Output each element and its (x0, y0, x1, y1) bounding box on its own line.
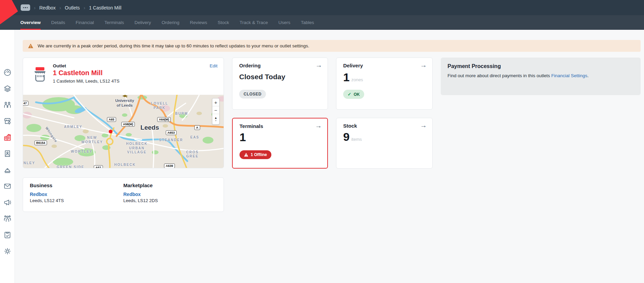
map-zoom-out-button[interactable]: − (212, 106, 219, 114)
road-badge: 47 (23, 101, 28, 106)
arrow-right-icon[interactable]: → (315, 122, 322, 130)
outlet-map[interactable]: University of Leeds LOVELL PARK BURM Lee… (23, 95, 224, 168)
app-root: › Redbox › Outlets › 1 Castleton Mill Ov… (0, 0, 644, 283)
payment-text: Find out more about direct payments in t… (448, 73, 551, 78)
closed-badge: CLOSED (239, 90, 266, 99)
tab-overview[interactable]: Overview (20, 15, 41, 30)
outlet-name: 1 Castleton Mill (53, 69, 103, 77)
road-badge: A64(M) (157, 117, 171, 122)
map-controls: + − ▲ ▼ (212, 98, 220, 125)
team-icon[interactable] (3, 214, 12, 223)
business-marketplace-card: Business Redbox Leeds, LS12 4TS Marketpl… (23, 177, 224, 212)
road-badge: A58(M) (121, 122, 135, 127)
road-badge: A65 (107, 117, 116, 122)
tab-reviews[interactable]: Reviews (190, 15, 207, 30)
payment-text-suffix: . (587, 73, 589, 78)
map-zoom-in-button[interactable]: + (212, 99, 219, 106)
map-label: NEW WORTLEY (81, 136, 103, 144)
terminals-count: 1 (240, 131, 246, 144)
map-compass-button[interactable]: ▲ ▼ (212, 114, 219, 124)
storefront-pin-icon[interactable] (3, 117, 12, 126)
map-label: LOVELL PARK (151, 102, 168, 110)
outlet-tabbar: Overview Details Financial Terminals Del… (0, 15, 644, 30)
arrow-right-icon[interactable]: → (420, 61, 427, 69)
map-label: University of Leeds (115, 98, 134, 108)
tab-terminals[interactable]: Terminals (104, 15, 124, 30)
arrow-right-icon[interactable]: → (315, 61, 322, 69)
outlet-address: 1 Castleton Mill, Leeds, LS12 4TS (53, 79, 120, 84)
tab-ordering[interactable]: Ordering (162, 15, 180, 30)
delivery-card-title: Delivery (343, 63, 363, 68)
map-label: EAS (190, 135, 200, 140)
clipboard-check-icon[interactable] (3, 231, 12, 239)
terminals-card[interactable]: Terminals → 1 1 Offline (232, 118, 328, 169)
apps-menu-button[interactable] (21, 4, 30, 11)
financial-settings-link[interactable]: Financial Settings (551, 73, 587, 78)
warning-triangle-icon (244, 153, 248, 157)
delivery-count-row: 1 zones (343, 71, 363, 84)
app-sidebar (0, 30, 15, 283)
peak-period-banner: We are currently in a peak order period,… (23, 40, 641, 52)
terminals-count-row: 1 (240, 131, 246, 144)
offline-badge: 1 Offline (240, 150, 271, 159)
road-badge: A62 (94, 165, 103, 168)
map-label: HOLBECK (114, 163, 136, 167)
dashboard-gauge-icon[interactable] (3, 68, 12, 77)
stock-count: 9 (343, 130, 349, 144)
map-label: GREE (186, 154, 199, 159)
terminals-card-title: Terminals (240, 123, 263, 129)
delivery-unit: zones (351, 77, 363, 82)
outlets-buildings-icon[interactable] (3, 133, 12, 142)
tab-delivery[interactable]: Delivery (134, 15, 151, 30)
payment-card-title: Payment Processing (448, 63, 501, 69)
map-label: STEANDER (159, 138, 183, 143)
settings-gear-icon[interactable] (3, 247, 12, 256)
partners-people-icon[interactable] (3, 101, 12, 109)
breadcrumb-item-redbox[interactable]: Redbox (39, 5, 56, 10)
delivery-count: 1 (343, 71, 349, 84)
tab-users[interactable]: Users (278, 15, 290, 30)
arrow-right-icon[interactable]: → (420, 122, 427, 129)
marketplace-title: Marketplace (123, 182, 153, 188)
map-label: BURM (175, 112, 188, 116)
service-bell-icon[interactable] (3, 166, 12, 174)
offline-badge-label: 1 Offline (251, 152, 267, 157)
mail-icon[interactable] (3, 182, 12, 191)
tab-details[interactable]: Details (51, 15, 65, 30)
chevron-right-icon: › (84, 5, 85, 10)
tab-financial[interactable]: Financial (76, 15, 94, 30)
map-label: ARMLEY (64, 125, 82, 129)
business-title: Business (30, 182, 53, 188)
megaphone-icon[interactable] (3, 198, 12, 207)
breadcrumb-item-outlets[interactable]: Outlets (65, 5, 80, 10)
payment-processing-card: Payment Processing Find out more about d… (441, 58, 641, 95)
map-label: WORTLEY (71, 150, 92, 154)
marketplace-link[interactable]: Redbox (123, 192, 141, 197)
map-label: CROS (186, 150, 199, 155)
marketplace-address: Leeds, LS12 2DS (123, 198, 158, 203)
business-link[interactable]: Redbox (30, 192, 47, 197)
receipt-contact-icon[interactable] (3, 149, 12, 158)
ok-badge: ✓ OK (343, 90, 364, 99)
outlet-label: Outlet (53, 63, 66, 68)
delivery-card[interactable]: Delivery → 1 zones ✓ OK (336, 58, 433, 110)
edit-outlet-link[interactable]: Edit (210, 63, 217, 68)
ordering-card[interactable]: Ordering → Closed Today CLOSED (232, 58, 328, 110)
map-label: GREEN SIDE (57, 165, 84, 168)
layers-icon[interactable] (3, 84, 12, 93)
compass-down-icon: ▼ (214, 119, 217, 122)
tab-tables[interactable]: Tables (301, 15, 314, 30)
breadcrumb: › Redbox › Outlets › 1 Castleton Mill (21, 0, 121, 15)
tab-stock[interactable]: Stock (217, 15, 229, 30)
chevron-right-icon: › (34, 5, 36, 10)
chevron-right-icon: › (59, 5, 61, 10)
ordering-status: Closed Today (239, 73, 285, 81)
stock-card-title: Stock (343, 123, 357, 129)
stock-card[interactable]: Stock → 9 items (336, 118, 433, 169)
tab-track-trace[interactable]: Track & Trace (240, 15, 268, 30)
road-badge: B6154 (35, 140, 47, 145)
stock-unit: items (351, 137, 362, 142)
ok-badge-label: OK (354, 92, 360, 97)
road-badge: A653 (166, 130, 176, 135)
ordering-card-title: Ordering (239, 63, 261, 68)
